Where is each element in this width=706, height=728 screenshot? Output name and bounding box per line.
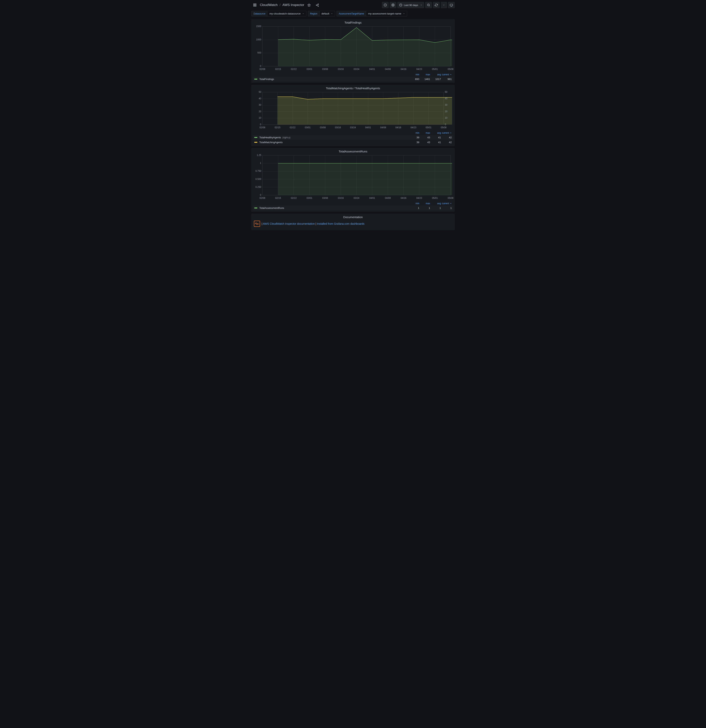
y-tick: 1000 — [254, 38, 261, 41]
x-tick: 03/01 — [305, 126, 310, 129]
panel-title[interactable]: TotalFindings — [251, 19, 455, 25]
chart-agents[interactable]: 0010102020303040405050 — [254, 91, 452, 126]
chart-total-findings[interactable]: 050010001500 — [254, 25, 452, 68]
col-max[interactable]: max — [419, 202, 430, 205]
y-tick-right: 40 — [445, 97, 452, 100]
x-tick: 04/23 — [411, 126, 416, 129]
col-min[interactable]: min — [409, 131, 419, 134]
doc-link-aws[interactable]: AWS CloudWatch Inspector documentation — [263, 222, 315, 225]
val-max: 1 — [419, 207, 430, 209]
x-tick: 02/08 — [260, 197, 265, 199]
svg-line-8 — [317, 4, 318, 5]
x-tick: 02/08 — [260, 68, 265, 71]
star-icon[interactable] — [306, 2, 312, 8]
breadcrumb-sep: / — [280, 3, 280, 7]
val-current: 42 — [441, 141, 452, 144]
x-tick: 03/24 — [350, 126, 356, 129]
y-tick: 1 — [254, 162, 261, 165]
share-icon[interactable] — [314, 2, 321, 8]
x-tick: 03/16 — [335, 126, 341, 129]
x-tick: 04/08 — [380, 126, 386, 129]
x-axis: 02/0802/1502/2203/0103/0803/1603/2404/01… — [254, 126, 452, 130]
chevron-up-icon — [450, 202, 452, 204]
col-avg[interactable]: avg — [430, 73, 441, 76]
x-tick: 05/08 — [441, 126, 446, 129]
y-tick-right: 20 — [445, 110, 452, 113]
var-target: AssessmentTargetName my-assessment-targe… — [336, 11, 407, 16]
svg-rect-0 — [254, 4, 254, 4]
x-tick: 05/08 — [448, 197, 453, 199]
val-current: 1 — [441, 207, 452, 209]
panel-title[interactable]: TotalMatchingAgents / TotalHealthyAgents — [251, 85, 455, 91]
x-tick: 03/24 — [354, 197, 359, 199]
col-current[interactable]: current — [441, 73, 452, 76]
legend-row[interactable]: TotalHealthyAgents (right-y) 39 43 41 42 — [253, 135, 453, 140]
y-tick: 10 — [254, 117, 261, 119]
col-avg[interactable]: avg — [430, 202, 441, 205]
page-title[interactable]: AWS Inspector — [283, 3, 304, 7]
x-tick: 04/16 — [400, 68, 406, 71]
x-tick: 03/08 — [320, 126, 326, 129]
col-current[interactable]: current — [441, 131, 452, 134]
x-tick: 03/16 — [338, 197, 344, 199]
chevron-up-icon — [450, 74, 452, 75]
col-current[interactable]: current — [441, 202, 452, 205]
x-tick: 04/01 — [369, 197, 375, 199]
y-tick-right: 0 — [445, 123, 452, 126]
panel-title[interactable]: TotalAssessmentRuns — [251, 148, 455, 154]
y-tick: 0.750 — [254, 170, 261, 172]
col-min[interactable]: min — [409, 73, 419, 76]
col-min[interactable]: min — [409, 202, 419, 205]
var-region-label: Region — [308, 11, 319, 16]
svg-point-6 — [316, 4, 317, 6]
gear-icon[interactable] — [390, 2, 396, 8]
legend-row[interactable]: TotalFindings 893 1461 1017 981 — [253, 77, 453, 82]
grid-icon[interactable] — [251, 2, 258, 8]
legend-agents: min max avg current TotalHealthyAgents (… — [253, 131, 453, 145]
panel-total-findings: TotalFindings 050010001500 02/0802/1502/… — [251, 19, 455, 83]
doc-link-grafana[interactable]: Installed from Grafana.com dashboards — [317, 222, 364, 225]
y-tick: 40 — [254, 97, 261, 100]
col-max[interactable]: max — [419, 73, 430, 76]
breadcrumb-folder[interactable]: CloudWatch — [260, 3, 278, 7]
chart-assessment-runs[interactable]: 00.2500.5000.75011.25 — [254, 154, 452, 196]
y-tick: 0.500 — [254, 178, 261, 181]
svg-point-13 — [393, 4, 393, 6]
x-tick: 03/01 — [306, 68, 312, 71]
refresh-icon[interactable] — [433, 2, 440, 8]
val-min: 893 — [409, 78, 419, 81]
var-region-value[interactable]: default — [319, 11, 335, 16]
panel-title[interactable]: Documentation — [251, 214, 455, 220]
chevron-up-icon — [450, 132, 452, 134]
x-tick: 03/08 — [322, 68, 328, 71]
val-avg: 1017 — [430, 78, 441, 81]
svg-marker-4 — [308, 4, 310, 6]
breadcrumb: CloudWatch / AWS Inspector — [260, 3, 304, 7]
svg-rect-1 — [255, 4, 256, 4]
swatch-icon — [254, 142, 257, 143]
legend-row[interactable]: TotalMatchingAgents 39 43 41 42 — [253, 140, 453, 145]
col-avg[interactable]: avg — [430, 131, 441, 134]
legend-row[interactable]: TotalAssessmentRuns 1 1 1 1 — [253, 205, 453, 210]
time-range-picker[interactable]: Last 90 days — [397, 2, 424, 8]
x-tick: 04/08 — [385, 68, 391, 71]
info-icon[interactable] — [382, 2, 388, 8]
x-tick: 02/08 — [260, 126, 265, 129]
y-tick-right: 10 — [445, 117, 452, 119]
svg-line-9 — [317, 5, 318, 6]
svg-rect-3 — [255, 6, 256, 6]
series-name: TotalAssessmentRuns — [259, 207, 409, 209]
var-target-value[interactable]: my-assessment-target-name — [366, 11, 407, 16]
x-tick: 04/23 — [416, 68, 422, 71]
x-tick: 04/08 — [385, 197, 391, 199]
x-tick: 05/01 — [426, 126, 432, 129]
doc-links: | AWS CloudWatch Inspector documentation… — [261, 222, 364, 225]
tv-icon[interactable] — [448, 2, 455, 8]
y-tick: 0 — [254, 194, 261, 196]
val-avg: 1 — [430, 207, 441, 209]
col-max[interactable]: max — [419, 131, 430, 134]
svg-line-16 — [429, 6, 430, 6]
refresh-interval-picker[interactable] — [441, 2, 447, 8]
var-datasource-value[interactable]: my-cloudwatch-datasource — [267, 11, 306, 16]
zoom-out-icon[interactable] — [425, 2, 432, 8]
